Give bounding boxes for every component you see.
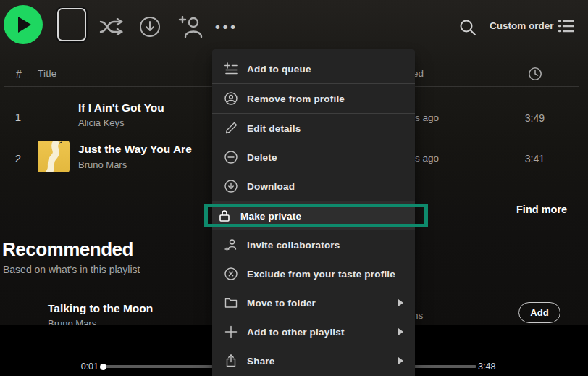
menu-item-label: Edit details bbox=[247, 123, 301, 134]
menu-item-share[interactable]: Share bbox=[212, 346, 415, 375]
clock-icon bbox=[528, 67, 542, 81]
plus-icon bbox=[224, 325, 238, 338]
play-button[interactable] bbox=[4, 5, 43, 44]
menu-item-move-to-folder[interactable]: Move to folder bbox=[212, 288, 415, 317]
track-row-2-index[interactable]: 2 bbox=[11, 152, 25, 164]
track-row-1-artist[interactable]: Alicia Keys bbox=[78, 117, 125, 128]
menu-item-label: Make private bbox=[240, 211, 301, 222]
shuffle-icon bbox=[99, 18, 125, 35]
menu-item-label: Delete bbox=[247, 152, 277, 163]
x-circle-icon bbox=[224, 267, 238, 280]
menu-item-remove-from-profile[interactable]: Remove from profile bbox=[212, 84, 415, 113]
track-row-2-album-art[interactable] bbox=[38, 141, 70, 172]
submenu-arrow-icon bbox=[398, 357, 403, 364]
menu-item-download[interactable]: Download bbox=[212, 172, 415, 201]
track-row-1-index[interactable]: 1 bbox=[11, 111, 25, 123]
shuffle-button[interactable] bbox=[98, 17, 127, 37]
menu-item-label: Move to folder bbox=[247, 298, 316, 309]
more-options-button[interactable]: ••• bbox=[214, 17, 240, 36]
find-more-link[interactable]: Find more bbox=[516, 204, 567, 215]
add-recommended-track-button[interactable]: Add bbox=[518, 302, 560, 323]
lock-icon bbox=[218, 209, 231, 222]
playlist-context-menu: Add to queue Remove from profile Edit de… bbox=[212, 49, 415, 376]
now-playing-thumbnail[interactable] bbox=[57, 8, 86, 41]
minus-circle-icon bbox=[224, 151, 238, 164]
menu-item-label: Remove from profile bbox=[247, 93, 345, 104]
sort-order-button[interactable]: Custom order bbox=[490, 20, 554, 31]
menu-item-exclude-taste-profile[interactable]: Exclude from your taste profile bbox=[212, 259, 415, 288]
download-circle-icon bbox=[224, 180, 238, 193]
download-circle-icon bbox=[139, 16, 161, 38]
menu-item-label: Share bbox=[247, 356, 275, 367]
download-playlist-button[interactable] bbox=[138, 15, 161, 38]
track-row-2-title[interactable]: Just the Way You Are bbox=[78, 143, 192, 156]
column-header-duration[interactable] bbox=[528, 67, 542, 81]
search-in-playlist-button[interactable] bbox=[458, 18, 477, 37]
menu-item-edit-details[interactable]: Edit details bbox=[212, 114, 415, 143]
menu-item-label: Invite collaborators bbox=[247, 240, 340, 251]
track-row-1-album-art[interactable] bbox=[38, 99, 70, 131]
column-header-index[interactable]: # bbox=[16, 68, 22, 80]
elapsed-time: 0:01 bbox=[72, 362, 98, 372]
track-row-2-artist[interactable]: Bruno Mars bbox=[78, 159, 127, 170]
view-as-list-button[interactable] bbox=[558, 19, 575, 33]
recommended-row-title[interactable]: Talking to the Moon bbox=[48, 302, 153, 315]
menu-item-label: Download bbox=[247, 181, 295, 192]
play-icon bbox=[18, 17, 31, 33]
submenu-arrow-icon bbox=[398, 328, 403, 335]
menu-item-label: Add to queue bbox=[247, 64, 311, 75]
remove-from-profile-icon bbox=[224, 92, 238, 105]
menu-item-delete[interactable]: Delete bbox=[212, 143, 415, 172]
track-row-2-duration: 3:41 bbox=[501, 153, 545, 164]
seek-handle[interactable] bbox=[100, 364, 106, 370]
person-add-icon bbox=[224, 238, 238, 251]
list-view-icon bbox=[558, 20, 574, 33]
menu-item-label: Exclude from your taste profile bbox=[247, 269, 395, 280]
menu-item-add-to-queue[interactable]: Add to queue bbox=[212, 54, 415, 83]
add-button-label: Add bbox=[530, 307, 548, 318]
menu-item-invite-collaborators[interactable]: Invite collaborators bbox=[212, 230, 415, 259]
track-row-1-date-added-fragment: s ago bbox=[415, 112, 439, 123]
invite-collaborators-button[interactable] bbox=[176, 15, 205, 38]
pencil-icon bbox=[224, 122, 238, 135]
folder-icon bbox=[224, 296, 238, 309]
playlist-page: ••• Custom order # Title ed 1 If I Ain't… bbox=[0, 0, 588, 376]
track-row-1-duration: 3:49 bbox=[501, 112, 545, 124]
track-row-1-title[interactable]: If I Ain't Got You bbox=[78, 101, 164, 114]
share-icon bbox=[224, 354, 238, 367]
menu-item-label: Add to other playlist bbox=[247, 327, 345, 338]
total-duration: 3:48 bbox=[478, 362, 495, 372]
submenu-arrow-icon bbox=[398, 299, 403, 306]
menu-item-add-to-other-playlist[interactable]: Add to other playlist bbox=[212, 317, 415, 346]
recommended-subtitle: Based on what's in this playlist bbox=[3, 264, 140, 275]
menu-item-make-private[interactable]: Make private bbox=[212, 201, 415, 230]
column-header-title[interactable]: Title bbox=[38, 68, 57, 79]
ellipsis-icon: ••• bbox=[215, 19, 238, 35]
track-row-2-date-added-fragment: s ago bbox=[415, 153, 439, 164]
add-to-queue-icon bbox=[224, 62, 238, 75]
recommended-heading: Recommended bbox=[2, 238, 133, 261]
search-icon bbox=[459, 19, 476, 36]
album-art-road-graphic bbox=[38, 141, 70, 172]
add-user-icon bbox=[177, 16, 203, 38]
